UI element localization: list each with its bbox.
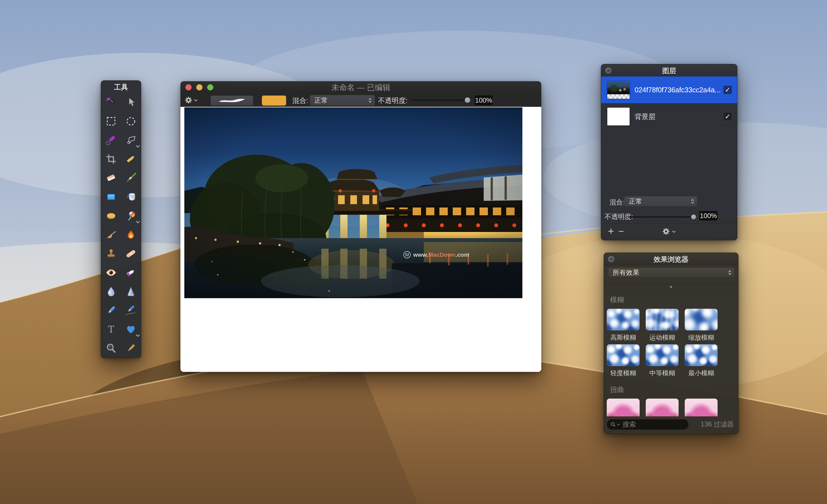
effect-item[interactable]: 中等模糊 bbox=[646, 344, 679, 377]
tool-cone[interactable] bbox=[124, 285, 138, 298]
effects-panel-titlebar[interactable]: × 效果浏览器 bbox=[604, 253, 738, 265]
effect-thumbnail bbox=[685, 309, 718, 330]
layers-blend-label: 混合: bbox=[610, 198, 625, 207]
gear-icon bbox=[185, 97, 192, 104]
tool-clone-stamp[interactable] bbox=[104, 247, 118, 261]
effect-item[interactable]: 轻度模糊 bbox=[607, 344, 640, 377]
tool-pen[interactable] bbox=[104, 303, 118, 317]
paint-bucket-icon bbox=[125, 191, 137, 203]
effect-item[interactable] bbox=[685, 399, 718, 416]
tool-bandaid[interactable] bbox=[124, 247, 138, 261]
paintbrush-icon bbox=[125, 172, 137, 184]
tool-quick-select[interactable] bbox=[104, 133, 118, 147]
layer-visibility-checkbox[interactable]: ✓ bbox=[723, 112, 732, 121]
opacity-slider[interactable] bbox=[411, 100, 470, 101]
layers-opacity-slider[interactable] bbox=[628, 216, 695, 218]
tool-crop[interactable] bbox=[104, 152, 118, 166]
layer-thumbnail bbox=[607, 81, 630, 99]
filter-count: 136 过滤器 bbox=[700, 420, 734, 429]
layer-name: 024f78f0f736afc33cc2a4a... bbox=[635, 86, 723, 94]
search-field[interactable] bbox=[607, 419, 689, 430]
tool-paintbrush[interactable] bbox=[124, 171, 138, 185]
search-icon[interactable] bbox=[611, 422, 620, 427]
effects-scroll[interactable]: 模糊高斯模糊运动模糊缩放模糊轻度模糊中等模糊最小模糊扭曲 bbox=[604, 290, 738, 416]
knife-icon bbox=[125, 153, 137, 165]
tool-eraser[interactable] bbox=[104, 171, 118, 185]
effects-browser-panel: × 效果浏览器 所有效果 模糊高斯模糊运动模糊缩放模糊轻度模糊中等模糊最小模糊扭… bbox=[604, 253, 738, 434]
layers-opacity-knob[interactable] bbox=[691, 215, 696, 219]
effects-category-select[interactable]: 所有效果 bbox=[608, 267, 735, 278]
tool-eyedropper[interactable] bbox=[124, 341, 138, 355]
effect-thumbnail bbox=[607, 344, 640, 366]
lollipop-icon bbox=[125, 210, 137, 222]
document-window: 未命名 — 已编辑 混合: 正常 bbox=[181, 81, 541, 372]
tool-lollipop[interactable] bbox=[124, 209, 138, 223]
brush-stroke-icon bbox=[214, 97, 250, 104]
brush-preview-button[interactable] bbox=[210, 96, 253, 106]
flame-icon bbox=[125, 229, 137, 240]
opacity-label: 不透明度: bbox=[378, 94, 408, 107]
effect-item[interactable]: 运动模糊 bbox=[646, 309, 679, 341]
layers-gear-menu[interactable] bbox=[601, 228, 737, 235]
canvas-photo[interactable]: M www.MacDown.com bbox=[184, 107, 522, 298]
document-canvas[interactable]: M www.MacDown.com bbox=[181, 107, 541, 372]
layer-row[interactable]: 024f78f0f736afc33cc2a4a...✓ bbox=[601, 76, 737, 103]
tool-broom[interactable] bbox=[104, 228, 118, 242]
layers-blend-select[interactable]: 正常 bbox=[624, 196, 697, 207]
window-title: 未命名 — 已编辑 bbox=[181, 81, 541, 94]
effect-item[interactable]: 最小模糊 bbox=[685, 344, 718, 377]
svg-text:T: T bbox=[108, 324, 114, 335]
tool-ellipse-select[interactable] bbox=[124, 114, 138, 128]
effect-item[interactable]: 高斯模糊 bbox=[607, 309, 640, 341]
layers-panel: × 图层 024f78f0f736afc33cc2a4a...✓背景层✓ 混合:… bbox=[601, 64, 737, 240]
layers-panel-titlebar[interactable]: × 图层 bbox=[601, 64, 737, 77]
ellipse-select-icon bbox=[125, 115, 137, 127]
effect-item[interactable] bbox=[607, 399, 640, 416]
tool-bezier-pen[interactable] bbox=[124, 303, 138, 317]
toolbar-gear-menu[interactable] bbox=[185, 97, 198, 104]
blend-select[interactable]: 正常 bbox=[310, 95, 375, 106]
tool-heart-shapes[interactable] bbox=[124, 322, 138, 336]
window-titlebar[interactable]: 未命名 — 已编辑 bbox=[181, 81, 541, 94]
tool-chisel[interactable] bbox=[124, 266, 138, 280]
effect-preview-image bbox=[646, 309, 679, 330]
select-chevrons-icon bbox=[368, 97, 372, 104]
move-cursor-icon bbox=[125, 97, 137, 108]
tool-knife[interactable] bbox=[124, 152, 138, 166]
tool-polygon-lasso[interactable] bbox=[124, 133, 138, 147]
effect-item[interactable] bbox=[646, 399, 679, 416]
effect-thumbnail bbox=[685, 399, 718, 416]
effect-preview-image bbox=[607, 309, 640, 330]
tool-rect-select[interactable] bbox=[104, 114, 118, 128]
tool-magic-wand[interactable] bbox=[104, 96, 118, 109]
tool-paint-bucket[interactable] bbox=[124, 190, 138, 204]
select-chevrons-icon bbox=[690, 198, 694, 205]
opacity-value: 100% bbox=[475, 96, 493, 105]
eraser-icon bbox=[105, 172, 117, 184]
effects-search-row: 136 过滤器 bbox=[604, 416, 738, 434]
tool-sponge[interactable] bbox=[104, 209, 118, 223]
effect-item[interactable]: 缩放模糊 bbox=[685, 309, 718, 341]
effects-grid: 高斯模糊运动模糊缩放模糊轻度模糊中等模糊最小模糊 bbox=[604, 309, 738, 380]
sponge-icon bbox=[105, 210, 117, 222]
crop-icon bbox=[105, 153, 117, 165]
effect-label: 缩放模糊 bbox=[688, 333, 714, 341]
tool-magnifier[interactable] bbox=[104, 341, 118, 355]
chevron-down-icon bbox=[136, 144, 140, 147]
tool-red-eye[interactable] bbox=[104, 266, 118, 280]
search-input[interactable] bbox=[622, 420, 679, 429]
effect-thumbnail bbox=[607, 309, 640, 330]
broom-icon bbox=[105, 229, 117, 240]
effect-preview-image bbox=[685, 309, 718, 330]
color-swatch[interactable] bbox=[262, 96, 286, 106]
resize-handle[interactable] bbox=[670, 286, 672, 288]
tool-move-cursor[interactable] bbox=[124, 96, 138, 109]
layer-visibility-checkbox[interactable]: ✓ bbox=[723, 86, 732, 94]
tool-shape-rect[interactable] bbox=[104, 190, 118, 204]
tool-water-drop[interactable] bbox=[104, 285, 118, 298]
effect-label: 运动模糊 bbox=[649, 333, 675, 341]
tool-flame[interactable] bbox=[124, 228, 138, 242]
tool-text-tool[interactable]: T bbox=[104, 322, 118, 336]
layer-row[interactable]: 背景层✓ bbox=[601, 103, 737, 130]
opacity-slider-knob[interactable] bbox=[465, 97, 470, 103]
